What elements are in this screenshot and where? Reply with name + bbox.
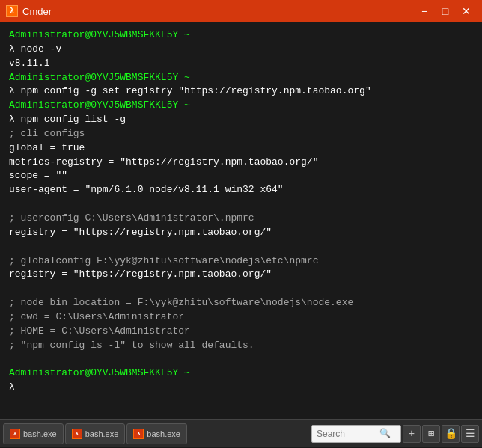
title-text: Cmder <box>22 6 52 17</box>
terminal-line-1: Administrator@0YVJ5WBMSFKKL5Y ~ <box>9 28 473 43</box>
taskbar-item-2[interactable]: λ bash.exe <box>65 423 126 444</box>
taskbar-icon-1: λ <box>10 429 20 439</box>
terminal-line-3: v8.11.1 <box>9 57 473 71</box>
terminal-line-16 <box>9 240 473 254</box>
title-bar-left: λ Cmder <box>6 5 52 17</box>
terminal-line-7: λ npm config list -g <box>9 113 473 127</box>
taskbar: λ bash.exe λ bash.exe λ bash.exe 🔍 + ⊞ 🔒… <box>0 419 482 447</box>
title-controls: − □ ✕ <box>415 4 476 19</box>
terminal-line-26: λ <box>9 381 473 395</box>
terminal-line-19 <box>9 282 473 296</box>
terminal-line-15: registry = "https://registry.npm.taobao.… <box>9 226 473 240</box>
taskbar-actions: + ⊞ 🔒 ☰ <box>403 425 479 443</box>
search-box[interactable]: 🔍 <box>311 425 401 443</box>
taskbar-icon-2: λ <box>72 429 82 439</box>
terminal-line-2: λ node -v <box>9 43 473 57</box>
terminal-line-23: ; "npm config ls -l" to show all default… <box>9 339 473 353</box>
minimize-button[interactable]: − <box>415 4 434 19</box>
taskbar-label-1: bash.exe <box>23 429 57 438</box>
terminal-line-20: ; node bin location = F:\yyk@zhitu\softw… <box>9 296 473 310</box>
app-icon: λ <box>6 5 18 17</box>
terminal-line-21: ; cwd = C:\Users\Administrator <box>9 310 473 325</box>
terminal-line-12: user-agent = "npm/6.1.0 node/v8.11.1 win… <box>9 183 473 197</box>
terminal-line-24 <box>9 352 473 366</box>
taskbar-item-3[interactable]: λ bash.exe <box>126 423 187 444</box>
terminal-line-4: Administrator@0YVJ5WBMSFKKL5Y ~ <box>9 71 473 85</box>
menu-button[interactable]: ☰ <box>461 425 479 443</box>
close-button[interactable]: ✕ <box>457 4 476 19</box>
terminal-line-5: λ npm config -g set registry "https://re… <box>9 85 473 99</box>
terminal-line-14: ; userconfig C:\Users\Administrator\.npm… <box>9 212 473 226</box>
terminal-area[interactable]: Administrator@0YVJ5WBMSFKKL5Y ~ λ node -… <box>0 22 482 419</box>
search-input[interactable] <box>317 429 376 439</box>
terminal-line-9: global = true <box>9 141 473 156</box>
add-tab-button[interactable]: + <box>403 425 421 443</box>
terminal-line-18: registry = "https://registry.npm.taobao.… <box>9 268 473 282</box>
terminal-line-8: ; cli configs <box>9 127 473 141</box>
terminal-line-13 <box>9 197 473 212</box>
title-bar: λ Cmder − □ ✕ <box>0 0 482 22</box>
terminal-line-11: scope = "" <box>9 169 473 183</box>
terminal-line-17: ; globalconfig F:\yyk@zhitu\software\nod… <box>9 254 473 269</box>
terminal-line-22: ; HOME = C:\Users\Administrator <box>9 325 473 339</box>
terminal-line-10: metrics-registry = "https://registry.npm… <box>9 156 473 170</box>
taskbar-icon-3: λ <box>133 429 144 439</box>
taskbar-item-1[interactable]: λ bash.exe <box>3 423 64 444</box>
search-icon: 🔍 <box>379 428 391 439</box>
layout-button[interactable]: ⊞ <box>422 425 440 443</box>
taskbar-label-2: bash.exe <box>85 429 119 438</box>
terminal-line-25: Administrator@0YVJ5WBMSFKKL5Y ~ <box>9 366 473 381</box>
maximize-button[interactable]: □ <box>436 4 455 19</box>
terminal-line-6: Administrator@0YVJ5WBMSFKKL5Y ~ <box>9 99 473 113</box>
taskbar-label-3: bash.exe <box>147 429 180 438</box>
lock-button[interactable]: 🔒 <box>442 425 460 443</box>
